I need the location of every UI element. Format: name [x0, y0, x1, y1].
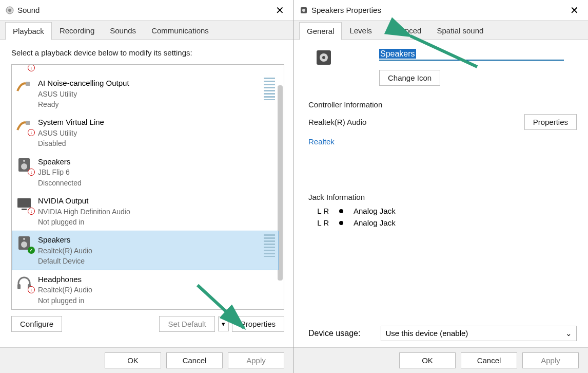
playback-device-item[interactable]: ↓NVIDIA OutputNVIDIA High Definition Aud… [12, 192, 279, 231]
close-icon[interactable]: ✕ [271, 2, 288, 18]
device-status: Not plugged in [38, 217, 275, 227]
speakers-properties-dialog: Speakers Properties ✕ General Levels Adv… [294, 0, 588, 373]
ok-button[interactable]: OK [399, 352, 456, 368]
jack-label: Analog Jack [354, 207, 396, 215]
props-title: Speakers Properties [311, 6, 381, 14]
generic-icon: ↓ [15, 64, 34, 70]
jack-label: Analog Jack [354, 218, 396, 227]
close-icon[interactable]: ✕ [566, 2, 583, 18]
sound-tabs: Playback Recording Sounds Communications [0, 21, 293, 40]
props-tabs: General Levels Advanced Spatial sound [294, 21, 588, 40]
svg-point-10 [21, 241, 27, 248]
jack-row: L RAnalog Jack [308, 207, 577, 215]
apply-button[interactable]: Apply [228, 352, 284, 368]
sound-titlebar: Sound ✕ [0, 0, 293, 21]
device-subtitle: ASUS Utility [38, 128, 275, 138]
props-titlebar: Speakers Properties ✕ [294, 0, 588, 21]
ok-button[interactable]: OK [105, 352, 161, 368]
level-meter-icon [264, 78, 275, 100]
playback-device-list[interactable]: ↓Not plugged inAI Noise-cancelling Outpu… [11, 64, 284, 310]
svg-point-1 [8, 9, 11, 12]
tab-general[interactable]: General [299, 22, 342, 40]
jack-dot-icon [339, 221, 343, 225]
props-dialog-buttons: OK Cancel Apply [294, 347, 588, 373]
speaker-box-icon: ↓ [15, 156, 34, 175]
device-status: Disabled [38, 138, 275, 148]
device-subtitle: JBL Flip 6 [38, 167, 275, 177]
configure-button[interactable]: Configure [11, 316, 62, 332]
sound-app-icon [5, 6, 14, 15]
playback-instruction: Select a playback device below to modify… [11, 48, 284, 57]
svg-rect-2 [26, 82, 30, 86]
controller-vendor-link[interactable]: Realtek [308, 137, 335, 146]
svg-point-18 [322, 56, 325, 59]
svg-point-11 [23, 238, 25, 240]
tab-playback[interactable]: Playback [5, 22, 52, 40]
cable-icon: ↓ [15, 117, 34, 135]
jack-row: L RAnalog Jack [308, 218, 577, 227]
cable-icon [15, 78, 34, 96]
device-subtitle: ASUS Utility [38, 89, 260, 99]
controller-name: Realtek(R) Audio [308, 118, 366, 126]
playback-device-item[interactable]: ↓System Virtual LineASUS UtilityDisabled [12, 113, 279, 152]
tab-communications[interactable]: Communications [144, 22, 217, 40]
controller-properties-button[interactable]: Properties [524, 114, 577, 130]
device-subtitle: NVIDIA High Definition Audio [38, 207, 275, 217]
playback-device-item[interactable]: ↓HeadphonesRealtek(R) AudioNot plugged i… [12, 270, 279, 309]
headphones-icon: ↓ [15, 274, 34, 292]
device-name: AI Noise-cancelling Output [38, 78, 260, 89]
device-name-input[interactable]: Speakers [379, 48, 564, 61]
svg-point-5 [21, 163, 27, 170]
device-subtitle: Realtek(R) Audio [38, 285, 275, 295]
sound-dialog: Sound ✕ Playback Recording Sounds Commun… [0, 0, 294, 373]
svg-point-6 [23, 160, 25, 162]
device-name: Headphones [38, 274, 275, 285]
sound-dialog-buttons: OK Cancel Apply [0, 347, 293, 373]
tab-recording[interactable]: Recording [52, 22, 102, 40]
jack-info-heading: Jack Information [308, 193, 577, 201]
playback-device-item[interactable]: ✓SpeakersRealtek(R) AudioDefault Device [12, 231, 279, 270]
jack-dot-icon [339, 209, 343, 213]
device-name: Speakers [38, 234, 260, 246]
device-name: Speakers [38, 156, 275, 167]
device-status: Not plugged in [38, 295, 275, 306]
device-status: Ready [38, 99, 260, 109]
tab-levels[interactable]: Levels [342, 22, 379, 40]
device-status: Disconnected [38, 178, 275, 188]
speaker-app-icon [299, 6, 308, 15]
playback-device-item[interactable]: AI Noise-cancelling OutputASUS UtilityRe… [12, 74, 279, 113]
speaker-device-icon [315, 48, 333, 67]
cancel-button[interactable]: Cancel [461, 352, 517, 368]
tab-spatial-sound[interactable]: Spatial sound [429, 22, 491, 40]
device-name: System Virtual Line [38, 117, 275, 128]
svg-point-15 [302, 9, 305, 12]
speaker-box-icon: ✓ [15, 234, 34, 253]
device-usage-select[interactable]: Use this device (enable) ⌄ [381, 326, 577, 341]
device-usage-label: Device usage: [308, 329, 360, 338]
device-subtitle: Realtek(R) Audio [38, 246, 260, 256]
tab-sounds[interactable]: Sounds [102, 22, 144, 40]
jack-channels: L R [308, 207, 329, 215]
playback-device-item[interactable]: ↓SpeakersJBL Flip 6Disconnected [12, 153, 279, 192]
svg-rect-7 [17, 198, 31, 208]
svg-rect-3 [26, 121, 30, 125]
device-status: Default Device [38, 256, 260, 266]
set-default-button[interactable]: Set Default [159, 316, 214, 332]
properties-button[interactable]: Properties [232, 316, 284, 332]
device-name: NVIDIA Output [38, 195, 275, 207]
monitor-icon: ↓ [15, 195, 34, 214]
apply-button[interactable]: Apply [522, 352, 579, 368]
sound-title: Sound [17, 6, 40, 14]
chevron-down-icon: ⌄ [565, 329, 572, 338]
change-icon-button[interactable]: Change Icon [379, 70, 440, 86]
jack-channels: L R [308, 218, 329, 227]
set-default-dropdown-icon[interactable]: ▾ [218, 316, 229, 331]
playback-device-item[interactable]: ↓Not plugged in [12, 64, 279, 74]
cancel-button[interactable]: Cancel [166, 352, 223, 368]
controller-info-heading: Controller Information [308, 100, 577, 109]
svg-rect-8 [22, 209, 27, 210]
svg-rect-12 [17, 284, 21, 289]
tab-advanced[interactable]: Advanced [380, 22, 429, 40]
level-meter-icon [264, 234, 275, 257]
